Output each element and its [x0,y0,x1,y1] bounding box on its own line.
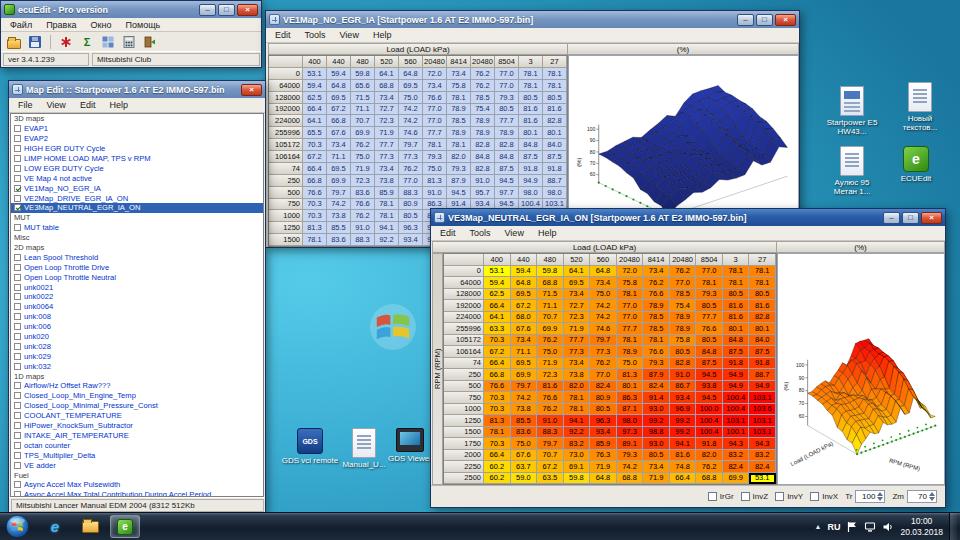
grid-cell[interactable]: 72.7 [564,300,591,312]
grid-cell[interactable]: 91.0 [670,369,697,381]
grid-cell[interactable]: 70.3 [303,139,327,151]
grid-cell[interactable]: 78.9 [670,323,697,335]
grid-cell[interactable]: 85.5 [327,222,351,234]
grid-cell[interactable]: 66.8 [303,175,327,187]
row-header[interactable]: 750 [269,199,303,211]
column-header[interactable]: 520 [564,254,591,266]
column-header[interactable]: 8504 [696,254,723,266]
menu-view[interactable]: View [40,100,73,110]
grid-cell[interactable]: 86.7 [670,381,697,393]
grid-cell[interactable]: 71.9 [351,163,375,175]
grid-cell[interactable]: 91.8 [749,358,776,370]
grid-cell[interactable]: 69.5 [511,358,538,370]
grid-cell[interactable]: 83.6 [327,234,351,246]
tree-item[interactable]: HIGH EGR DUTY Cycle [11,144,263,154]
column-header[interactable]: 3 [519,56,543,68]
grid-cell[interactable]: 94.3 [723,438,750,450]
grid-cell[interactable]: 75.0 [617,358,644,370]
menu-file[interactable]: File [11,100,40,110]
menu-help[interactable]: Help [102,100,135,110]
grid-cell[interactable]: 74.8 [670,461,697,473]
grid-cell[interactable]: 67.2 [484,346,511,358]
grid-cell[interactable]: 79.3 [495,92,519,104]
grid-cell[interactable]: 103.6 [749,404,776,416]
row-header[interactable]: 128000 [269,92,303,104]
menu-file[interactable]: Файл [3,20,39,30]
grid-cell[interactable]: 77.7 [696,312,723,324]
grid-cell[interactable]: 99.2 [670,415,697,427]
grid-cell[interactable]: 78.9 [495,127,519,139]
grid-cell[interactable]: 93.0 [643,404,670,416]
compare-button[interactable] [57,33,75,51]
row-header[interactable]: 224000 [269,115,303,127]
tree-item[interactable]: Open Loop Throttle Neutral [11,272,263,282]
tree-item-checkbox[interactable] [14,313,21,320]
maps-button[interactable] [99,33,117,51]
menu-edit[interactable]: Edit [73,100,103,110]
grid-cell[interactable]: 74.6 [399,127,423,139]
tree-item-checkbox[interactable] [14,224,21,231]
grid-cell[interactable]: 100.0 [696,404,723,416]
hidden-icons-button[interactable] [815,523,822,530]
grid-cell[interactable]: 73.4 [643,461,670,473]
grid-cell[interactable]: 78.1 [375,210,399,222]
grid-cell[interactable]: 64.1 [375,68,399,80]
grid-cell[interactable]: 66.4 [303,163,327,175]
grid-cell[interactable]: 73.4 [643,266,670,278]
grid-cell[interactable]: 79.7 [511,381,538,393]
row-header[interactable]: 255996 [444,323,484,335]
grid-cell[interactable]: 71.9 [375,127,399,139]
grid-cell[interactable]: 91.0 [351,222,375,234]
grid-cell[interactable]: 66.4 [484,450,511,462]
grid-cell[interactable]: 59.4 [511,266,538,278]
grid-cell[interactable]: 72.3 [537,369,564,381]
menu-tools[interactable]: Tools [298,30,333,40]
grid-cell[interactable]: 88.3 [399,187,423,199]
grid-cell[interactable]: 81.3 [423,175,447,187]
column-header[interactable]: 20480 [423,56,447,68]
grid-cell[interactable]: 91.8 [696,438,723,450]
grid-cell[interactable]: 84.8 [696,346,723,358]
grid-cell[interactable]: 97.3 [617,427,644,439]
tree-item-checkbox[interactable] [14,343,21,350]
tree-item-checkbox[interactable] [14,175,21,182]
close-button[interactable] [921,212,942,224]
grid-cell[interactable]: 82.4 [643,381,670,393]
grid-cell[interactable]: 100.1 [723,427,750,439]
grid-cell[interactable]: 82.8 [471,139,495,151]
grid-cell[interactable]: 95.7 [471,187,495,199]
language-indicator[interactable]: RU [827,522,840,532]
row-header[interactable]: 2250 [444,461,484,473]
grid-cell[interactable]: 74.2 [590,300,617,312]
grid-cell[interactable]: 94.5 [447,187,471,199]
grid-cell[interactable]: 103.1 [749,415,776,427]
grid-cell[interactable]: 69.9 [351,127,375,139]
menu-window[interactable]: Окно [84,20,119,30]
grid-cell[interactable]: 71.1 [327,151,351,163]
tree-item-checkbox[interactable] [14,323,21,330]
grid-cell[interactable]: 69.9 [511,369,538,381]
grid-cell[interactable]: 80.9 [399,199,423,211]
row-header[interactable]: 750 [444,392,484,404]
grid-cell[interactable]: 77.0 [617,300,644,312]
column-header[interactable]: 440 [511,254,538,266]
tree-category[interactable]: Misc [11,233,263,243]
grid-cell[interactable]: 70.7 [537,450,564,462]
grid-cell[interactable]: 78.5 [447,115,471,127]
grid-cell[interactable]: 78.1 [519,80,543,92]
grid-cell[interactable]: 77.0 [495,80,519,92]
grid-cell[interactable]: 78.1 [617,335,644,347]
grid-cell[interactable]: 92.2 [564,427,591,439]
tree-item-checkbox[interactable] [14,135,21,142]
grid-cell[interactable]: 78.1 [447,92,471,104]
grid-cell[interactable]: 73.4 [564,289,591,301]
tree-item-checkbox[interactable] [14,264,21,271]
grid-cell[interactable]: 81.6 [519,104,543,116]
grid-cell[interactable]: 73.0 [564,450,591,462]
row-header[interactable]: 1250 [269,222,303,234]
row-header[interactable]: 105172 [269,139,303,151]
tree-item-checkbox[interactable] [14,412,21,419]
grid-cell[interactable]: 84.8 [495,151,519,163]
grid-cell[interactable]: 86.3 [617,392,644,404]
grid-cell[interactable]: 66.4 [670,473,697,485]
